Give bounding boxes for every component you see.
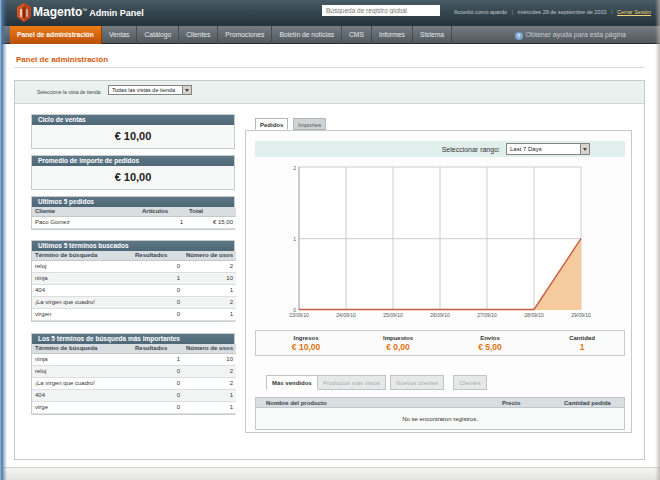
svg-text:2: 2: [293, 165, 296, 171]
svg-text:24/09/10: 24/09/10: [336, 312, 356, 318]
svg-text:25/09/10: 25/09/10: [383, 312, 403, 318]
svg-text:29/09/10: 29/09/10: [571, 312, 591, 318]
svg-text:28/09/10: 28/09/10: [524, 312, 544, 318]
svg-text:27/09/10: 27/09/10: [477, 312, 497, 318]
svg-text:23/09/10: 23/09/10: [289, 312, 309, 318]
svg-text:1: 1: [293, 236, 296, 242]
svg-text:26/09/10: 26/09/10: [430, 312, 450, 318]
